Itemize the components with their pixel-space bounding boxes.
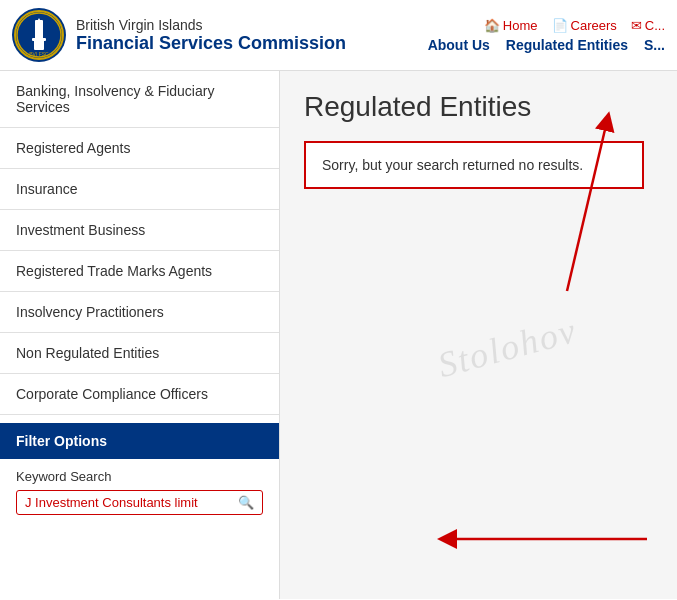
org-name: British Virgin Islands Financial Service… <box>76 17 346 54</box>
keyword-label: Keyword Search <box>16 469 263 484</box>
careers-link[interactable]: 📄 Careers <box>552 18 617 33</box>
header-right: 🏠 Home 📄 Careers ✉ C... About Us Regulat… <box>428 18 665 53</box>
svg-line-8 <box>567 121 607 291</box>
top-links: 🏠 Home 📄 Careers ✉ C... <box>484 18 665 33</box>
org-line2: Financial Services Commission <box>76 33 346 54</box>
nav-more[interactable]: S... <box>644 37 665 53</box>
logo-area: BVI FSC British Virgin Islands Financial… <box>12 8 346 62</box>
logo: BVI FSC <box>12 8 66 62</box>
site-header: BVI FSC British Virgin Islands Financial… <box>0 0 677 71</box>
sidebar-item-investment[interactable]: Investment Business <box>0 210 279 251</box>
arrow-up-right <box>467 101 647 301</box>
search-wrapper[interactable]: 🔍 <box>16 490 263 515</box>
filter-section: Filter Options Keyword Search 🔍 <box>0 423 279 525</box>
svg-text:BVI FSC: BVI FSC <box>29 51 49 57</box>
org-line1: British Virgin Islands <box>76 17 346 33</box>
sidebar-item-insolvency[interactable]: Insolvency Practitioners <box>0 292 279 333</box>
sidebar-item-non-regulated[interactable]: Non Regulated Entities <box>0 333 279 374</box>
nav-about[interactable]: About Us <box>428 37 490 53</box>
filter-header: Filter Options <box>0 423 279 459</box>
contact-link[interactable]: ✉ C... <box>631 18 665 33</box>
nav-regulated[interactable]: Regulated Entities <box>506 37 628 53</box>
arrow-left <box>437 519 657 559</box>
sidebar-item-corporate[interactable]: Corporate Compliance Officers <box>0 374 279 415</box>
svg-rect-4 <box>34 40 44 50</box>
content-area: Regulated Entities Sorry, but your searc… <box>280 71 677 599</box>
search-icon: 🔍 <box>238 495 254 510</box>
watermark: Stolohov <box>433 309 581 386</box>
main-layout: Banking, Insolvency & Fiduciary Services… <box>0 71 677 599</box>
main-nav: About Us Regulated Entities S... <box>428 37 665 53</box>
home-link[interactable]: 🏠 Home <box>484 18 538 33</box>
sidebar-item-trademarks[interactable]: Registered Trade Marks Agents <box>0 251 279 292</box>
search-input[interactable] <box>25 495 238 510</box>
filter-body: Keyword Search 🔍 <box>0 459 279 525</box>
sidebar-item-agents[interactable]: Registered Agents <box>0 128 279 169</box>
sidebar: Banking, Insolvency & Fiduciary Services… <box>0 71 280 599</box>
sidebar-item-insurance[interactable]: Insurance <box>0 169 279 210</box>
sidebar-item-banking[interactable]: Banking, Insolvency & Fiduciary Services <box>0 71 279 128</box>
